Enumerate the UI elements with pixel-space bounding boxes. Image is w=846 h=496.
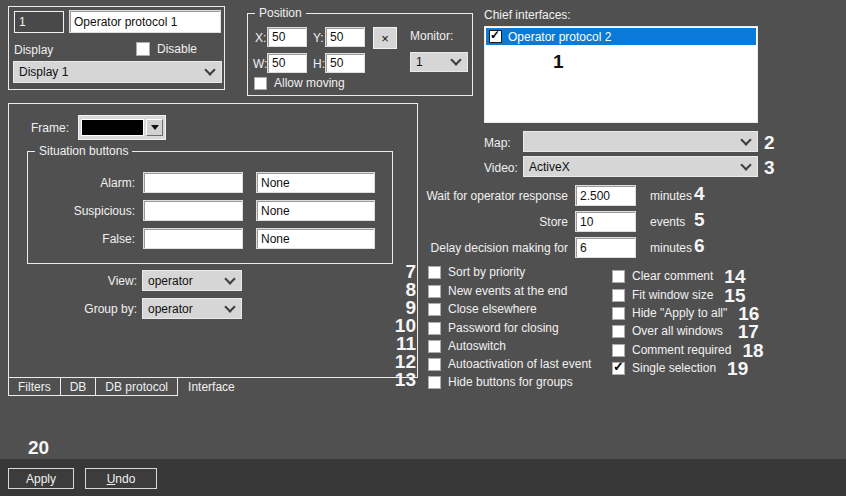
option-autoswitch[interactable]: Autoswitch	[428, 340, 506, 353]
chevron-down-icon	[740, 134, 751, 145]
allow-moving-checkbox[interactable]	[254, 77, 267, 90]
view-dropdown-value: operator	[148, 274, 193, 288]
suspicious-field[interactable]	[143, 200, 243, 221]
hide-apply-to-all-checkbox[interactable]	[612, 307, 625, 320]
tab-db-protocol[interactable]: DB protocol	[95, 377, 178, 396]
wait-response-label: Wait for operator response	[420, 189, 568, 203]
option-label: Autoswitch	[448, 340, 506, 353]
group-by-dropdown-value: operator	[148, 302, 193, 316]
option-label: Over all windows	[632, 325, 723, 338]
undo-button[interactable]: Undo	[85, 468, 157, 489]
option-over-all-windows[interactable]: Over all windows 17	[612, 322, 759, 341]
chief-interfaces-label: Chief interfaces:	[484, 8, 571, 22]
list-item[interactable]: ✓ Operator protocol 2	[486, 28, 756, 45]
w-field[interactable]: 50	[267, 53, 307, 73]
over-all-windows-checkbox[interactable]	[612, 325, 625, 338]
item-checkbox[interactable]: ✓	[489, 30, 502, 43]
option-single-selection[interactable]: ✓ Single selection 19	[612, 359, 748, 378]
situation-buttons-group: Situation buttons Alarm: None Suspicious…	[27, 151, 393, 264]
option-label: Autoactivation of last event	[448, 358, 591, 371]
option-clear-comment[interactable]: Clear comment 14	[612, 267, 746, 286]
option-autoactivation-last-event[interactable]: Autoactivation of last event	[428, 358, 591, 371]
allow-moving-row[interactable]: Allow moving	[254, 77, 345, 90]
option-label: Sort by priority	[448, 266, 525, 279]
frame-color-dropdown[interactable]	[78, 115, 166, 140]
group-by-dropdown[interactable]: operator	[142, 298, 242, 319]
autoswitch-checkbox[interactable]	[428, 340, 441, 353]
tab-interface[interactable]: Interface	[178, 377, 245, 396]
store-field[interactable]: 10	[575, 211, 636, 232]
frame-dropdown-button[interactable]	[146, 119, 163, 136]
disable-checkbox-row[interactable]: Disable	[136, 42, 197, 56]
tab-db[interactable]: DB	[60, 377, 97, 396]
y-field[interactable]: 50	[325, 27, 365, 47]
w-label: W:	[253, 57, 267, 71]
alarm-field[interactable]	[143, 172, 243, 193]
callout-4: 4	[694, 184, 705, 203]
option-password-for-closing[interactable]: Password for closing	[428, 322, 559, 335]
clear-position-button[interactable]: ×	[373, 27, 397, 49]
option-sort-by-priority[interactable]: Sort by priority	[428, 266, 525, 279]
check-icon: ✓	[613, 359, 624, 375]
monitor-dropdown[interactable]: 1	[410, 52, 468, 72]
false-field[interactable]	[143, 228, 243, 249]
false-type-field[interactable]: None	[256, 228, 375, 249]
fit-window-size-checkbox[interactable]	[612, 289, 625, 302]
identity-group: 1 Operator protocol 1 Display Disable Di…	[8, 6, 225, 90]
tab-filters[interactable]: Filters	[8, 377, 61, 396]
view-dropdown[interactable]: operator	[142, 270, 242, 291]
delay-decision-label: Delay decision making for	[420, 241, 568, 255]
list-item-label: Operator protocol 2	[508, 30, 611, 44]
h-field[interactable]: 50	[325, 53, 365, 73]
video-dropdown[interactable]: ActiveX	[523, 156, 758, 177]
chevron-down-icon	[740, 159, 751, 170]
password-for-closing-checkbox[interactable]	[428, 322, 441, 335]
callout-1: 1	[553, 52, 564, 71]
new-events-at-end-checkbox[interactable]	[428, 285, 441, 298]
id-field[interactable]: 1	[14, 11, 64, 33]
panel-tab-bar: Filters DB DB protocol Interface	[8, 377, 245, 396]
map-dropdown[interactable]	[523, 131, 758, 152]
sort-by-priority-checkbox[interactable]	[428, 266, 441, 279]
option-label: Clear comment	[632, 270, 713, 283]
hide-buttons-for-groups-checkbox[interactable]	[428, 376, 441, 389]
x-field[interactable]: 50	[267, 27, 307, 47]
view-label: View:	[44, 274, 137, 288]
alarm-type-field[interactable]: None	[256, 172, 375, 193]
disable-checkbox[interactable]	[136, 42, 150, 56]
video-label: Video:	[484, 161, 518, 175]
single-selection-checkbox[interactable]: ✓	[612, 362, 625, 375]
option-hide-buttons-for-groups[interactable]: Hide buttons for groups	[428, 376, 573, 389]
suspicious-type-field[interactable]: None	[256, 200, 375, 221]
option-fit-window-size[interactable]: Fit window size 15	[612, 286, 746, 305]
delay-decision-field[interactable]: 6	[575, 237, 636, 258]
monitor-dropdown-value: 1	[416, 55, 423, 69]
option-new-events-at-end[interactable]: New events at the end	[428, 285, 567, 298]
comment-required-checkbox[interactable]	[612, 344, 625, 357]
callout-3: 3	[764, 158, 775, 177]
video-dropdown-value: ActiveX	[529, 160, 570, 174]
false-label: False:	[30, 232, 135, 246]
clear-comment-checkbox[interactable]	[612, 270, 625, 283]
wait-response-field[interactable]: 2.500	[575, 185, 636, 206]
alarm-label: Alarm:	[30, 176, 135, 190]
map-label: Map:	[484, 136, 511, 150]
display-dropdown[interactable]: Display 1	[13, 61, 222, 83]
option-label: Close elsewhere	[448, 303, 537, 316]
name-field[interactable]: Operator protocol 1	[69, 10, 221, 33]
callout-14: 14	[724, 267, 745, 286]
close-elsewhere-checkbox[interactable]	[428, 303, 441, 316]
chief-interfaces-listbox[interactable]: ✓ Operator protocol 2	[484, 26, 758, 123]
check-icon: ✓	[490, 27, 500, 43]
autoactivation-last-event-checkbox[interactable]	[428, 358, 441, 371]
delay-decision-unit: minutes	[650, 241, 692, 255]
callout-5: 5	[694, 210, 705, 229]
chevron-down-icon	[450, 54, 461, 65]
dropdown-arrow-icon	[151, 125, 159, 130]
display-dropdown-value: Display 1	[19, 65, 68, 79]
option-close-elsewhere[interactable]: Close elsewhere	[428, 303, 537, 316]
position-group: Position X: 50 Y: 50 × Monitor: W: 50 H:…	[247, 13, 473, 96]
undo-rest: ndo	[115, 472, 135, 486]
monitor-label: Monitor:	[410, 29, 453, 43]
apply-button[interactable]: Apply	[8, 468, 74, 489]
